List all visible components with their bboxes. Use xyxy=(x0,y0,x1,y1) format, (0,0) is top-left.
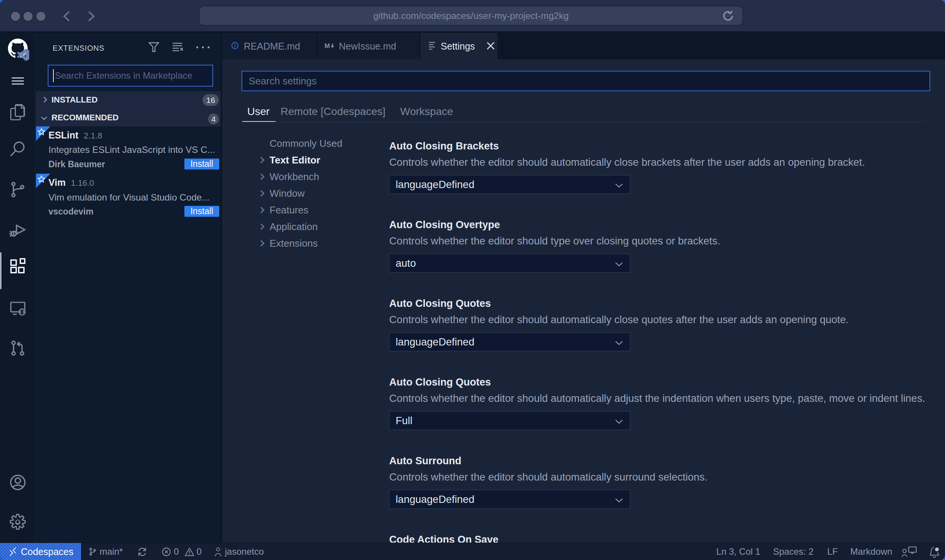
svg-text:M: M xyxy=(324,42,330,50)
